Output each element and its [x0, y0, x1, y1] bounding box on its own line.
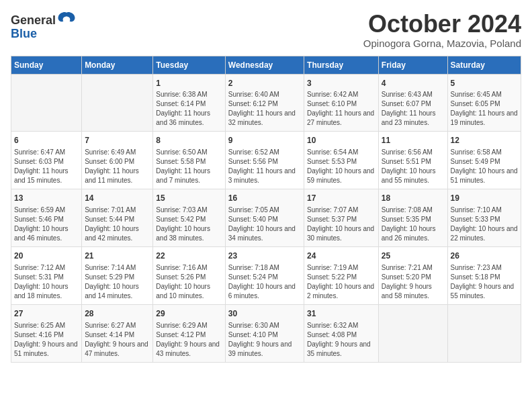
day-info: Sunrise: 6:59 AMSunset: 5:46 PMDaylight:…: [14, 205, 79, 243]
header: General Blue October 2024 Opinogora Gorn…: [11, 11, 521, 49]
day-cell: 10Sunrise: 6:54 AMSunset: 5:53 PMDayligh…: [304, 132, 379, 189]
day-info: Sunrise: 6:38 AMSunset: 6:14 PMDaylight:…: [156, 90, 222, 128]
week-row-1: 1Sunrise: 6:38 AMSunset: 6:14 PMDaylight…: [11, 74, 521, 132]
day-cell: 20Sunrise: 7:12 AMSunset: 5:31 PMDayligh…: [11, 246, 82, 304]
day-info: Sunrise: 6:54 AMSunset: 5:53 PMDaylight:…: [307, 148, 375, 185]
day-number: 5: [451, 78, 518, 89]
day-number: 26: [451, 250, 518, 262]
day-cell: 18Sunrise: 7:08 AMSunset: 5:35 PMDayligh…: [378, 189, 447, 247]
day-cell: 23Sunrise: 7:18 AMSunset: 5:24 PMDayligh…: [225, 246, 304, 304]
day-cell: 22Sunrise: 7:16 AMSunset: 5:26 PMDayligh…: [153, 246, 225, 304]
calendar-header: SundayMondayTuesdayWednesdayThursdayFrid…: [11, 56, 521, 74]
day-cell: 4Sunrise: 6:43 AMSunset: 6:07 PMDaylight…: [378, 74, 447, 132]
day-number: 21: [85, 250, 150, 262]
header-row: SundayMondayTuesdayWednesdayThursdayFrid…: [11, 56, 521, 74]
day-number: 18: [382, 193, 445, 204]
day-cell: 29Sunrise: 6:29 AMSunset: 4:12 PMDayligh…: [153, 304, 225, 362]
day-number: 20: [14, 250, 79, 262]
day-info: Sunrise: 6:50 AMSunset: 5:58 PMDaylight:…: [156, 148, 222, 185]
day-number: 29: [156, 308, 222, 320]
day-info: Sunrise: 6:43 AMSunset: 6:07 PMDaylight:…: [382, 90, 445, 128]
day-info: Sunrise: 7:08 AMSunset: 5:35 PMDaylight:…: [382, 205, 445, 243]
header-day-sunday: Sunday: [11, 56, 82, 74]
header-day-saturday: Saturday: [447, 56, 521, 74]
day-info: Sunrise: 7:10 AMSunset: 5:33 PMDaylight:…: [451, 205, 518, 243]
day-info: Sunrise: 6:56 AMSunset: 5:51 PMDaylight:…: [382, 148, 445, 185]
day-cell: [82, 74, 153, 132]
day-number: 22: [156, 250, 222, 262]
day-info: Sunrise: 6:52 AMSunset: 5:56 PMDaylight:…: [228, 148, 301, 185]
day-cell: 8Sunrise: 6:50 AMSunset: 5:58 PMDaylight…: [153, 132, 225, 189]
day-info: Sunrise: 6:42 AMSunset: 6:10 PMDaylight:…: [307, 90, 375, 128]
calendar-table: SundayMondayTuesdayWednesdayThursdayFrid…: [11, 56, 521, 363]
day-info: Sunrise: 7:01 AMSunset: 5:44 PMDaylight:…: [85, 205, 150, 243]
month-title: October 2024: [363, 11, 521, 38]
day-cell: 9Sunrise: 6:52 AMSunset: 5:56 PMDaylight…: [225, 132, 304, 189]
day-info: Sunrise: 6:29 AMSunset: 4:12 PMDaylight:…: [156, 321, 222, 359]
calendar-body: 1Sunrise: 6:38 AMSunset: 6:14 PMDaylight…: [11, 74, 521, 362]
day-info: Sunrise: 7:07 AMSunset: 5:37 PMDaylight:…: [307, 205, 375, 243]
day-info: Sunrise: 6:49 AMSunset: 6:00 PMDaylight:…: [85, 148, 150, 185]
header-day-thursday: Thursday: [304, 56, 379, 74]
day-cell: 11Sunrise: 6:56 AMSunset: 5:51 PMDayligh…: [378, 132, 447, 189]
day-info: Sunrise: 7:23 AMSunset: 5:18 PMDaylight:…: [451, 263, 518, 301]
day-number: 2: [228, 78, 301, 89]
day-number: 7: [85, 135, 150, 146]
day-number: 15: [156, 193, 222, 204]
logo: General Blue: [11, 11, 76, 41]
day-number: 28: [85, 308, 150, 320]
day-info: Sunrise: 6:30 AMSunset: 4:10 PMDaylight:…: [228, 321, 301, 359]
day-cell: 31Sunrise: 6:32 AMSunset: 4:08 PMDayligh…: [304, 304, 379, 362]
week-row-2: 6Sunrise: 6:47 AMSunset: 6:03 PMDaylight…: [11, 132, 521, 189]
day-cell: 2Sunrise: 6:40 AMSunset: 6:12 PMDaylight…: [225, 74, 304, 132]
day-cell: [11, 74, 82, 132]
day-number: 6: [14, 135, 79, 146]
day-number: 14: [85, 193, 150, 204]
header-day-friday: Friday: [378, 56, 447, 74]
header-day-monday: Monday: [82, 56, 153, 74]
day-number: 27: [14, 308, 79, 320]
day-cell: 27Sunrise: 6:25 AMSunset: 4:16 PMDayligh…: [11, 304, 82, 362]
day-cell: [447, 304, 521, 362]
day-number: 11: [382, 135, 445, 146]
day-info: Sunrise: 7:12 AMSunset: 5:31 PMDaylight:…: [14, 263, 79, 301]
day-number: 24: [307, 250, 375, 262]
day-number: 1: [156, 78, 222, 89]
logo-blue: Blue: [11, 27, 37, 41]
day-cell: 16Sunrise: 7:05 AMSunset: 5:40 PMDayligh…: [225, 189, 304, 247]
day-number: 10: [307, 135, 375, 146]
day-info: Sunrise: 7:21 AMSunset: 5:20 PMDaylight:…: [382, 263, 445, 301]
day-info: Sunrise: 6:45 AMSunset: 6:05 PMDaylight:…: [451, 90, 518, 128]
day-number: 30: [228, 308, 301, 320]
day-info: Sunrise: 6:40 AMSunset: 6:12 PMDaylight:…: [228, 90, 301, 128]
day-number: 17: [307, 193, 375, 204]
day-number: 12: [451, 135, 518, 146]
day-cell: 1Sunrise: 6:38 AMSunset: 6:14 PMDaylight…: [153, 74, 225, 132]
day-number: 25: [382, 250, 445, 262]
day-number: 23: [228, 250, 301, 262]
week-row-3: 13Sunrise: 6:59 AMSunset: 5:46 PMDayligh…: [11, 189, 521, 247]
day-info: Sunrise: 6:32 AMSunset: 4:08 PMDaylight:…: [307, 321, 375, 359]
day-number: 4: [382, 78, 445, 89]
day-number: 16: [228, 193, 301, 204]
day-info: Sunrise: 6:58 AMSunset: 5:49 PMDaylight:…: [451, 148, 518, 185]
day-cell: 24Sunrise: 7:19 AMSunset: 5:22 PMDayligh…: [304, 246, 379, 304]
day-cell: 21Sunrise: 7:14 AMSunset: 5:29 PMDayligh…: [82, 246, 153, 304]
day-cell: 17Sunrise: 7:07 AMSunset: 5:37 PMDayligh…: [304, 189, 379, 247]
day-info: Sunrise: 7:05 AMSunset: 5:40 PMDaylight:…: [228, 205, 301, 243]
day-cell: 30Sunrise: 6:30 AMSunset: 4:10 PMDayligh…: [225, 304, 304, 362]
day-cell: 7Sunrise: 6:49 AMSunset: 6:00 PMDaylight…: [82, 132, 153, 189]
day-cell: 3Sunrise: 6:42 AMSunset: 6:10 PMDaylight…: [304, 74, 379, 132]
day-cell: 5Sunrise: 6:45 AMSunset: 6:05 PMDaylight…: [447, 74, 521, 132]
logo-bird-icon: [57, 11, 76, 30]
day-cell: 14Sunrise: 7:01 AMSunset: 5:44 PMDayligh…: [82, 189, 153, 247]
day-info: Sunrise: 7:14 AMSunset: 5:29 PMDaylight:…: [85, 263, 150, 301]
day-info: Sunrise: 7:18 AMSunset: 5:24 PMDaylight:…: [228, 263, 301, 301]
day-info: Sunrise: 7:16 AMSunset: 5:26 PMDaylight:…: [156, 263, 222, 301]
day-number: 8: [156, 135, 222, 146]
day-cell: 12Sunrise: 6:58 AMSunset: 5:49 PMDayligh…: [447, 132, 521, 189]
day-cell: 25Sunrise: 7:21 AMSunset: 5:20 PMDayligh…: [378, 246, 447, 304]
day-cell: 26Sunrise: 7:23 AMSunset: 5:18 PMDayligh…: [447, 246, 521, 304]
day-number: 9: [228, 135, 301, 146]
day-number: 31: [307, 308, 375, 320]
